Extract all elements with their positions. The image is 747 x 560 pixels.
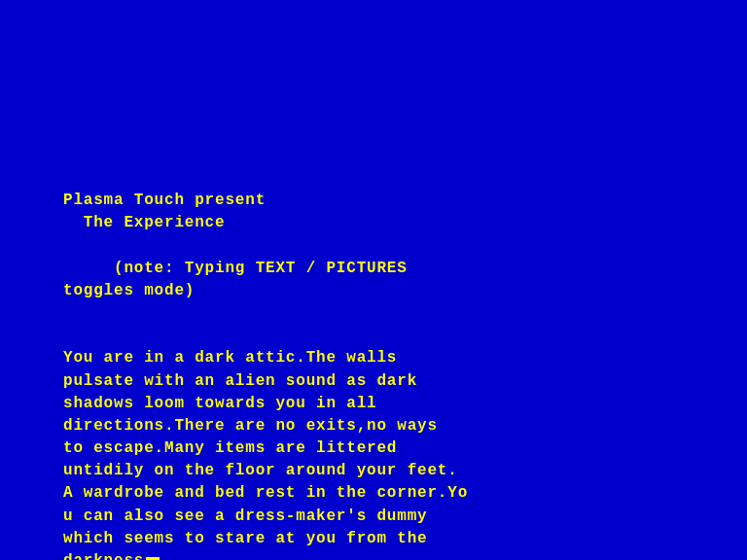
- line-4: (note: Typing TEXT / PICTURES: [63, 258, 718, 280]
- line-13: untidily on the floor around your feet.: [63, 460, 718, 482]
- line-9: pulsate with an alien sound as dark: [63, 370, 718, 393]
- line-12: to escape.Many items are littered: [63, 438, 718, 460]
- line-8: You are in a dark attic.The walls: [63, 347, 718, 369]
- screen: Plasma Touch present The Experience (not…: [0, 0, 747, 560]
- blank-line-3: [63, 325, 718, 347]
- line-5: toggles mode): [63, 280, 718, 302]
- blank-line-2: [63, 302, 718, 325]
- line-16: which seems to stare at you from the: [63, 528, 718, 550]
- text-area: Plasma Touch present The Experience (not…: [63, 190, 718, 560]
- line-1: Plasma Touch present: [63, 190, 718, 212]
- line-11: directions.There are no exits,no ways: [63, 415, 718, 438]
- line-15: u can also see a dress-maker's dummy: [63, 506, 718, 528]
- line-10: shadows loom towards you in all: [63, 393, 718, 415]
- line-17: darkness: [63, 550, 718, 560]
- line-14: A wardrobe and bed rest in the corner.Yo: [63, 482, 718, 505]
- blank-line-1: [63, 234, 718, 257]
- line-2: The Experience: [63, 212, 718, 234]
